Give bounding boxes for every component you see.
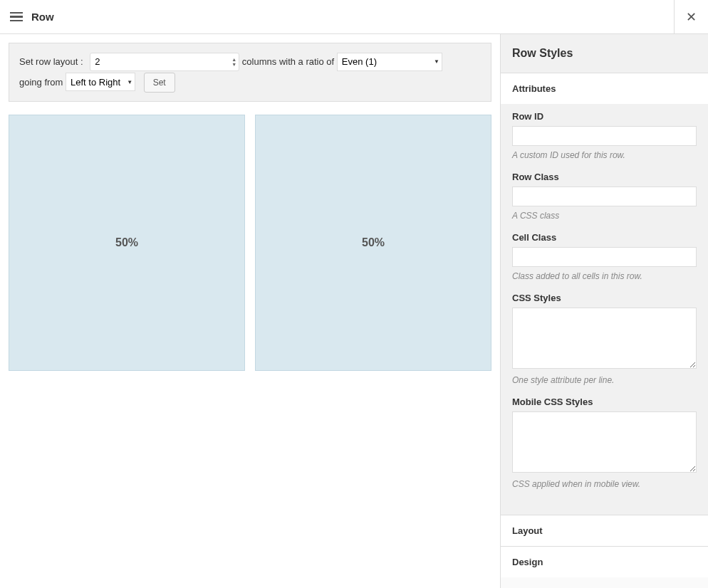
row-layout-controls: Set row layout : ▲▼ columns with a ratio… bbox=[9, 43, 491, 102]
dialog-header: Row ✕ bbox=[0, 0, 708, 34]
css-styles-textarea[interactable] bbox=[512, 308, 697, 369]
attributes-section: Attributes Row ID A custom ID used for t… bbox=[501, 73, 708, 515]
preview-column[interactable]: 50% bbox=[9, 115, 245, 371]
attributes-section-title[interactable]: Attributes bbox=[501, 73, 708, 104]
going-from-label: going from bbox=[19, 77, 63, 88]
mobile-css-field: Mobile CSS Styles CSS applied when in mo… bbox=[512, 397, 697, 489]
direction-select[interactable]: Left to Right bbox=[66, 73, 135, 91]
preview-column-label: 50% bbox=[362, 236, 385, 249]
columns-count-input[interactable] bbox=[90, 53, 239, 71]
set-button[interactable]: Set bbox=[144, 73, 175, 93]
cell-class-hint: Class added to all cells in this row. bbox=[512, 271, 697, 281]
stepper-icon[interactable]: ▲▼ bbox=[231, 57, 236, 67]
css-styles-hint: One style attribute per line. bbox=[512, 375, 697, 385]
columns-ratio-label: columns with a ratio of bbox=[242, 56, 334, 67]
ratio-select[interactable]: Even (1) bbox=[337, 53, 442, 71]
row-class-label: Row Class bbox=[512, 172, 697, 182]
row-preview: 50% 50% bbox=[9, 115, 491, 371]
css-styles-label: CSS Styles bbox=[512, 293, 697, 303]
row-class-hint: A CSS class bbox=[512, 211, 697, 221]
dialog-title: Row bbox=[31, 11, 54, 23]
mobile-css-label: Mobile CSS Styles bbox=[512, 397, 697, 407]
close-icon: ✕ bbox=[686, 9, 697, 25]
row-class-field: Row Class A CSS class bbox=[512, 172, 697, 221]
preview-column[interactable]: 50% bbox=[255, 115, 491, 371]
row-id-field: Row ID A custom ID used for this row. bbox=[512, 111, 697, 160]
header-left: Row bbox=[0, 11, 54, 23]
main-panel: Set row layout : ▲▼ columns with a ratio… bbox=[0, 34, 500, 588]
row-class-input[interactable] bbox=[512, 187, 697, 206]
sidebar-title: Row Styles bbox=[501, 34, 708, 73]
row-id-label: Row ID bbox=[512, 111, 697, 122]
row-id-input[interactable] bbox=[512, 126, 697, 146]
mobile-css-textarea[interactable] bbox=[512, 411, 697, 473]
layout-section-title[interactable]: Layout bbox=[501, 515, 708, 547]
css-styles-field: CSS Styles One style attribute per line. bbox=[512, 293, 697, 385]
menu-icon[interactable] bbox=[10, 12, 23, 22]
row-styles-sidebar: Row Styles Attributes Row ID A custom ID… bbox=[500, 34, 708, 588]
preview-column-label: 50% bbox=[115, 236, 138, 249]
cell-class-input[interactable] bbox=[512, 247, 697, 267]
set-row-layout-label: Set row layout : bbox=[19, 56, 83, 67]
cell-class-field: Cell Class Class added to all cells in t… bbox=[512, 232, 697, 281]
row-id-hint: A custom ID used for this row. bbox=[512, 150, 697, 160]
design-section-title[interactable]: Design bbox=[501, 547, 708, 577]
cell-class-label: Cell Class bbox=[512, 232, 697, 243]
attributes-section-body: Row ID A custom ID used for this row. Ro… bbox=[501, 104, 708, 515]
dialog-content: Set row layout : ▲▼ columns with a ratio… bbox=[0, 34, 708, 588]
close-button[interactable]: ✕ bbox=[674, 0, 708, 34]
mobile-css-hint: CSS applied when in mobile view. bbox=[512, 479, 697, 489]
